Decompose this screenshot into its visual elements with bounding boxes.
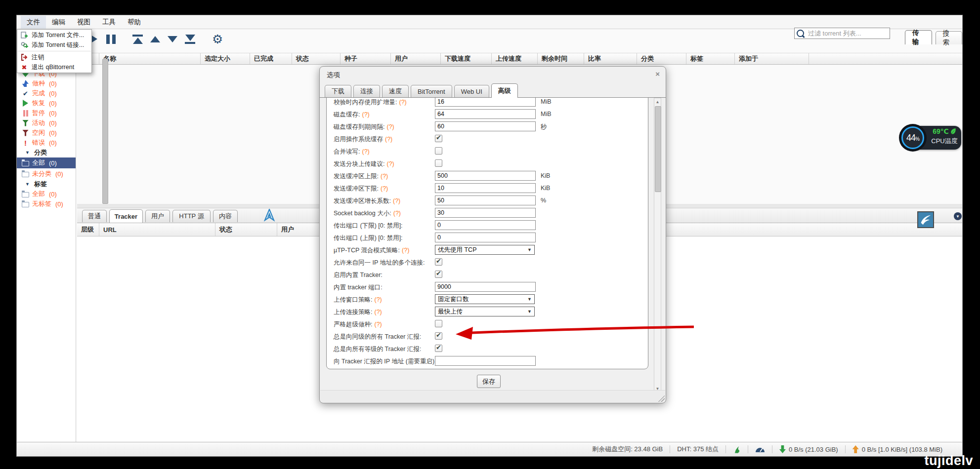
setting-checkbox[interactable] [435,159,442,167]
setting-checkbox[interactable] [435,135,442,142]
setting-checkbox[interactable] [435,258,442,266]
sidebar-filter-做种[interactable]: 做种(0) [17,78,76,88]
column-header-剩余时间[interactable]: 剩余时间 [538,53,584,64]
connection-status-icon[interactable] [733,445,741,454]
setting-input[interactable] [435,183,536,193]
details-tab-用户[interactable]: 用户 [145,210,170,222]
help-link[interactable]: (?) [393,210,401,217]
details-tab-Tracker[interactable]: Tracker [109,209,143,223]
sidebar-categories-header[interactable]: 分类 [17,148,76,157]
move-down-icon[interactable] [168,33,177,45]
column-header-状态[interactable]: 状态 [292,53,341,64]
setting-input[interactable] [435,121,536,131]
options-tab-下载[interactable]: 下载 [325,85,351,97]
sidebar-category-未分类[interactable]: 未分类(0) [17,168,76,179]
column-header-比率[interactable]: 比率 [584,53,637,64]
scroll-up-icon[interactable]: ▲ [654,100,661,104]
menu-视图[interactable]: 视图 [71,16,96,29]
tracker-column-状态[interactable]: 状态 [215,223,277,236]
scrollbar-thumb[interactable] [655,106,661,192]
column-header-名称[interactable]: 名称 [99,53,201,64]
swallow-logo-icon[interactable] [917,211,934,228]
menu-帮助[interactable]: 帮助 [122,16,147,29]
save-button[interactable]: 保存 [477,375,501,388]
help-link[interactable]: (?) [362,111,369,118]
menu-文件[interactable]: 文件 [21,16,46,29]
setting-input[interactable] [435,109,536,119]
move-bottom-icon[interactable] [185,33,195,45]
help-link[interactable]: (?) [374,296,382,303]
setting-input[interactable] [435,98,536,107]
torrent-list-scrollbar[interactable] [102,59,108,204]
menu-item-3[interactable]: 注销 [17,52,91,62]
move-top-icon[interactable] [132,33,143,45]
sidebar-filter-错误[interactable]: 错误(0) [17,138,76,148]
column-header-已完成[interactable]: 已完成 [250,53,292,64]
dialog-scrollbar[interactable]: ▲ ▼ [654,98,661,393]
setting-checkbox[interactable] [435,147,442,155]
help-link[interactable]: (?) [386,160,394,167]
dialog-title-bar[interactable]: 选项 × [320,67,666,82]
setting-input[interactable] [435,195,536,205]
chevron-down-icon[interactable]: ▼ [954,212,962,220]
column-header-选定大小[interactable]: 选定大小 [201,53,250,64]
menu-item-1[interactable]: 添加 Torrent 文件... [17,30,91,40]
column-header-下载速度[interactable]: 下载速度 [441,53,492,64]
options-gear-icon[interactable]: ⚙ [212,33,223,45]
options-tab-高级[interactable]: 高级 [491,83,518,98]
help-link[interactable]: (?) [386,123,394,130]
menu-编辑[interactable]: 编辑 [46,16,71,29]
filter-input[interactable] [807,29,896,38]
setting-select[interactable]: 固定窗口数 [435,294,535,304]
resize-grip[interactable] [658,395,665,402]
sidebar-tag-全部[interactable]: 全部(0) [17,189,76,199]
details-tab-内容[interactable]: 内容 [213,210,238,222]
pause-icon[interactable] [106,33,116,45]
column-header-用户[interactable]: 用户 [391,53,441,64]
sidebar-category-全部[interactable]: 全部(0) [17,157,76,168]
tracker-column-层级[interactable]: 层级 [77,223,99,236]
help-link[interactable]: (?) [362,148,369,155]
setting-checkbox[interactable] [435,332,442,340]
view-tab-搜索[interactable]: 搜索 [936,31,963,44]
help-link[interactable]: (?) [381,185,388,192]
sidebar-tags-header[interactable]: 标签 [17,179,76,189]
close-icon[interactable]: × [655,70,660,78]
help-link[interactable]: (?) [393,197,400,204]
view-tab-传输[interactable]: 传输 [905,30,932,44]
setting-input[interactable] [435,220,536,230]
setting-input[interactable] [435,208,536,218]
sidebar-tag-无标签[interactable]: 无标签(0) [17,199,76,209]
details-tab-普通[interactable]: 普通 [82,210,107,222]
help-link[interactable]: (?) [381,173,388,180]
help-link[interactable]: (?) [402,247,409,254]
column-header-添加于[interactable]: 添加于 [735,53,809,64]
menu-item-2[interactable]: 添加 Torrent 链接... [17,40,91,50]
sidebar-filter-完成[interactable]: 完成(0) [17,88,76,98]
help-link[interactable]: (?) [374,321,382,328]
setting-select[interactable]: 优先使用 TCP [435,245,535,255]
column-header-种子[interactable]: 种子 [341,53,391,64]
help-link[interactable]: (?) [374,309,382,315]
menu-item-4[interactable]: ✖退出 qBittorrent [17,62,91,72]
menu-工具[interactable]: 工具 [96,16,122,29]
column-header-标签[interactable]: 标签 [686,53,735,64]
setting-input[interactable] [435,233,536,242]
setting-input[interactable] [435,282,536,292]
setting-input[interactable] [435,171,536,181]
help-link[interactable]: (?) [385,136,392,143]
setting-select[interactable]: 最快上传 [435,307,535,316]
details-tab-HTTP 源[interactable]: HTTP 源 [172,210,211,222]
help-link[interactable]: (?) [399,99,406,106]
options-tab-Web UI[interactable]: Web UI [454,85,489,97]
sidebar-filter-暂停[interactable]: 暂停(0) [17,108,76,118]
options-tab-连接[interactable]: 连接 [353,85,380,97]
options-tab-BitTorrent[interactable]: BitTorrent [411,85,452,97]
column-header-分类[interactable]: 分类 [637,53,686,64]
sidebar-filter-恢复[interactable]: 恢复(0) [17,98,76,108]
setting-checkbox[interactable] [435,345,442,352]
alt-speed-gauge-icon[interactable] [755,446,765,453]
setting-checkbox[interactable] [435,271,442,278]
tracker-column-URL[interactable]: URL [99,223,215,236]
setting-input[interactable] [435,356,536,366]
